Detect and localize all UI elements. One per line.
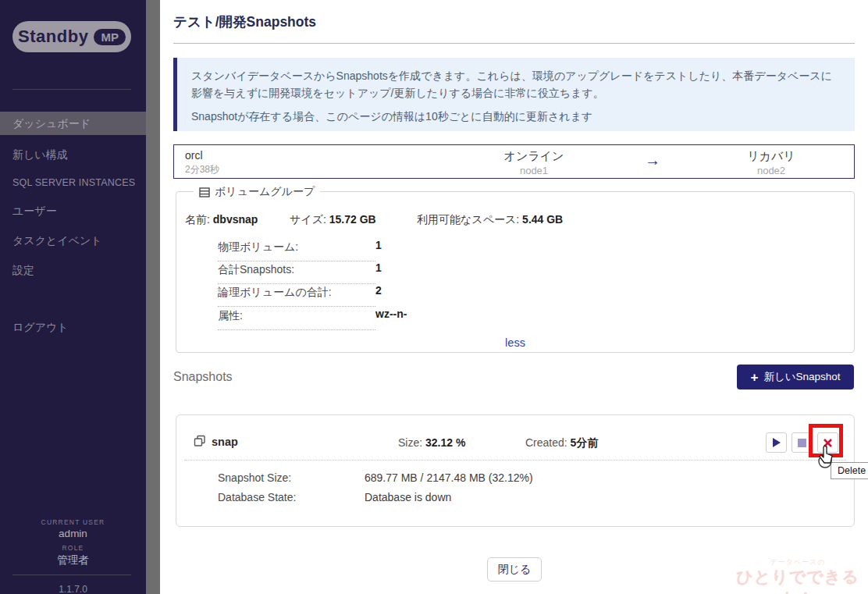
stop-snapshot-button[interactable] bbox=[792, 432, 813, 453]
vg-size-field: サイズ: 15.72 GB bbox=[290, 213, 376, 227]
storage-icon bbox=[199, 187, 210, 197]
standby-state-label: リカバリ bbox=[717, 149, 826, 164]
info-paragraph-2: Snapshotが存在する場合、このページの情報は10秒ごとに自動的に更新されま… bbox=[191, 108, 841, 126]
sidebar-bottom-divider bbox=[12, 574, 131, 575]
sidebar-item-logout[interactable]: ログアウト bbox=[0, 315, 146, 339]
info-banner: スタンバイデータベースからSnapshotsを作成できます。これらは、環境のアッ… bbox=[173, 58, 855, 131]
delete-tooltip: Delete Sn bbox=[831, 462, 868, 479]
delete-snapshot-button[interactable] bbox=[817, 432, 838, 453]
sidebar-item-new-configuration[interactable]: 新しい構成 bbox=[0, 143, 146, 166]
sidebar-item-users[interactable]: ユーザー bbox=[0, 199, 146, 222]
vg-available-field: 利用可能なスペース: 5.44 GB bbox=[417, 213, 563, 227]
stop-icon bbox=[798, 439, 806, 447]
app-version: 1.1.7.0 bbox=[0, 584, 146, 594]
sidebar-item-tasks-events[interactable]: タスクとイベント bbox=[0, 229, 146, 252]
vg-detail-physical-volumes: 物理ボリューム: 1 bbox=[218, 240, 702, 261]
delete-x-icon bbox=[824, 439, 832, 447]
snapshot-detail-size: Snapshot Size: 689.77 MB / 2147.48 MB (3… bbox=[218, 471, 764, 484]
database-uptime: 2分38秒 bbox=[185, 163, 219, 176]
snapshot-created-field: Created: 5分前 bbox=[525, 436, 598, 450]
plus-icon: + bbox=[750, 371, 758, 384]
snapshot-size-percent: 32.12 % bbox=[425, 436, 465, 449]
replication-arrow-icon: → bbox=[641, 151, 664, 169]
vg-available-value: 5.44 GB bbox=[522, 213, 563, 226]
sidebar-item-settings[interactable]: 設定 bbox=[0, 258, 146, 282]
current-user-label: CURRENT USER bbox=[0, 518, 146, 526]
vg-name-field: 名前: dbvsnap bbox=[185, 213, 258, 227]
volume-group-panel: ボリュームグループ 名前: dbvsnap サイズ: 15.72 GB 利用可能… bbox=[176, 191, 855, 353]
sidebar: Standby MP ダッシュボード 新しい構成 SQL SERVER INST… bbox=[0, 0, 146, 594]
role-label: ROLE bbox=[0, 544, 146, 552]
resume-snapshot-button[interactable] bbox=[766, 432, 787, 453]
app-logo-text: Standby bbox=[18, 27, 88, 47]
database-status-row: orcl 2分38秒 オンライン node1 → リカバリ node2 bbox=[173, 144, 855, 179]
app-logo-badge: MP bbox=[94, 29, 126, 45]
snapshot-card: snap Size: 32.12 % Created: 5分前 Snapshot… bbox=[176, 414, 855, 527]
database-identity: orcl 2分38秒 bbox=[185, 149, 219, 176]
snapshot-name: snap bbox=[212, 436, 238, 448]
title-divider bbox=[173, 43, 855, 44]
vg-detail-total-snapshots: 合計Snapshots: 1 bbox=[218, 263, 702, 284]
page-title: テスト/開発Snapshots bbox=[173, 12, 316, 31]
standby-state: リカバリ node2 bbox=[717, 149, 826, 176]
snapshot-size-field: Size: 32.12 % bbox=[398, 436, 465, 449]
volume-group-legend: ボリュームグループ bbox=[194, 185, 320, 199]
primary-node-name: node1 bbox=[479, 165, 589, 176]
primary-state-label: オンライン bbox=[479, 149, 589, 164]
card-separator bbox=[184, 460, 846, 461]
vg-size-value: 15.72 GB bbox=[329, 213, 376, 226]
new-snapshot-button-label: 新しいSnapshot bbox=[763, 370, 840, 384]
database-name: orcl bbox=[185, 149, 219, 162]
vg-detail-total-logical-volumes: 論理ボリュームの合計: 2 bbox=[218, 286, 702, 307]
app-logo[interactable]: Standby MP bbox=[12, 21, 131, 52]
current-user-block: CURRENT USER admin ROLE 管理者 bbox=[0, 518, 146, 567]
sidebar-item-dashboard[interactable]: ダッシュボード bbox=[0, 112, 146, 135]
close-button[interactable]: 閉じる bbox=[487, 557, 542, 582]
less-link[interactable]: less bbox=[176, 336, 854, 349]
sidebar-top-divider bbox=[12, 89, 131, 90]
snapshots-heading: Snapshots bbox=[173, 370, 233, 384]
vg-detail-attributes: 属性: wz--n- bbox=[218, 309, 702, 330]
new-snapshot-button[interactable]: + 新しいSnapshot bbox=[737, 365, 854, 389]
snapshot-detail-db-state: Database State: Database is down bbox=[218, 491, 764, 503]
volume-group-legend-text: ボリュームグループ bbox=[215, 185, 315, 199]
sidebar-item-sql-server-instances[interactable]: SQL SERVER INSTANCES bbox=[0, 171, 146, 194]
info-paragraph-1: スタンバイデータベースからSnapshotsを作成できます。これらは、環境のアッ… bbox=[191, 68, 841, 101]
snapshots-modal: テスト/開発Snapshots スタンバイデータベースからSnapshotsを作… bbox=[160, 0, 868, 594]
standby-node-name: node2 bbox=[717, 165, 826, 176]
primary-state: オンライン node1 bbox=[479, 149, 589, 176]
vg-name-value: dbvsnap bbox=[213, 213, 258, 226]
role-value: 管理者 bbox=[0, 553, 146, 567]
current-user-value: admin bbox=[0, 528, 146, 539]
snapshot-copy-icon bbox=[194, 435, 206, 447]
snapshot-created-value: 5分前 bbox=[571, 436, 599, 449]
play-icon bbox=[772, 438, 781, 447]
